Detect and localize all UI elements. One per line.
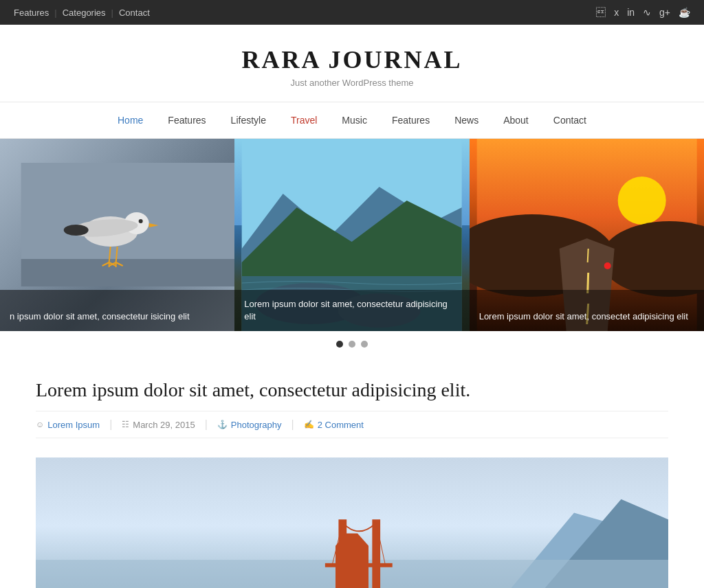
svg-line-29 xyxy=(587,249,588,262)
topbar-divider-1: | xyxy=(54,8,56,18)
topbar-categories-link[interactable]: Categories xyxy=(63,8,106,18)
svg-rect-37 xyxy=(325,563,393,567)
featured-image xyxy=(22,457,682,588)
post-section: Lorem ipsum dolor sit amet, consectetur … xyxy=(22,357,682,445)
pinterest-icon[interactable]: ☕ xyxy=(679,7,690,18)
svg-rect-36 xyxy=(372,520,380,588)
svg-rect-1 xyxy=(21,259,235,286)
post-comments: ✍ 2 Comment xyxy=(294,420,373,430)
site-tagline: Just another WordPress theme xyxy=(14,78,690,88)
slide-2-caption: Lorem ipsum dolor sit amet, consectetur … xyxy=(234,290,469,331)
comment-icon: ✍ xyxy=(304,420,314,429)
author-icon: ☺ xyxy=(36,420,44,429)
top-bar-social:  x in ∿ g+ ☕ xyxy=(596,7,690,18)
nav-features-1[interactable]: Features xyxy=(155,102,218,138)
dot-2[interactable] xyxy=(349,341,355,348)
slider-track: n ipsum dolor sit amet, consectetur isic… xyxy=(0,139,704,331)
featured-image-bg xyxy=(36,457,668,588)
svg-point-5 xyxy=(139,219,143,223)
post-meta: ☺ Lorem Ipsum | ☷ March 29, 2015 | ⚓ Pho… xyxy=(36,411,668,438)
tag-icon: ⚓ xyxy=(217,420,228,429)
facebook-icon[interactable]:  xyxy=(596,7,606,18)
twitter-icon[interactable]: x xyxy=(614,7,619,18)
comments-link[interactable]: 2 Comment xyxy=(318,420,364,430)
dot-3[interactable] xyxy=(361,341,368,348)
featured-image-svg xyxy=(36,457,668,588)
topbar-divider-2: | xyxy=(111,8,113,18)
googleplus-icon[interactable]: g+ xyxy=(659,7,670,18)
post-author: ☺ Lorem Ipsum xyxy=(36,420,109,430)
slider-dots xyxy=(0,331,704,357)
nav-music[interactable]: Music xyxy=(329,102,380,138)
nav-about[interactable]: About xyxy=(491,102,541,138)
top-bar: Features | Categories | Contact  x in ∿… xyxy=(0,0,704,25)
linkedin-icon[interactable]: in xyxy=(627,7,635,18)
site-header: RARA JOURNAL Just another WordPress them… xyxy=(0,25,704,102)
seagull-svg xyxy=(14,163,234,286)
slider: n ipsum dolor sit amet, consectetur isic… xyxy=(0,139,704,331)
svg-point-23 xyxy=(617,177,666,225)
post-title: Lorem ipsum dolor sit amet, consectetur … xyxy=(36,378,668,403)
dot-1[interactable] xyxy=(336,341,343,348)
clock-icon: ☷ xyxy=(122,420,129,429)
post-category: ⚓ Photography xyxy=(208,420,292,430)
nav-home[interactable]: Home xyxy=(105,102,155,138)
svg-line-28 xyxy=(587,273,588,293)
category-link[interactable]: Photography xyxy=(231,420,282,430)
nav-lifestyle[interactable]: Lifestyle xyxy=(219,102,278,138)
post-date: ☷ March 29, 2015 xyxy=(112,420,204,430)
topbar-contact-link[interactable]: Contact xyxy=(119,8,150,18)
slide-1-caption: n ipsum dolor sit amet, consectetur isic… xyxy=(0,302,234,331)
nav-travel[interactable]: Travel xyxy=(278,102,329,138)
svg-point-7 xyxy=(64,225,89,236)
svg-point-30 xyxy=(604,262,610,269)
top-bar-nav: Features | Categories | Contact xyxy=(14,8,150,18)
slide-3-caption: Lorem ipsum dolor sit amet, consectet ad… xyxy=(470,302,704,331)
date-text: March 29, 2015 xyxy=(133,420,195,430)
nav-features-2[interactable]: Features xyxy=(380,102,442,138)
topbar-features-link[interactable]: Features xyxy=(14,8,49,18)
slide-3: Lorem ipsum dolor sit amet, consectet ad… xyxy=(470,139,704,331)
site-title: RARA JOURNAL xyxy=(14,45,690,74)
main-nav: Home Features Lifestyle Travel Music Fea… xyxy=(0,102,704,139)
svg-rect-34 xyxy=(36,560,668,588)
nav-news[interactable]: News xyxy=(442,102,491,138)
svg-rect-35 xyxy=(338,520,346,588)
slide-1: n ipsum dolor sit amet, consectetur isic… xyxy=(0,139,234,331)
slide-2: Lorem ipsum dolor sit amet, consectetur … xyxy=(234,139,469,331)
nav-contact[interactable]: Contact xyxy=(541,102,599,138)
rss-icon[interactable]: ∿ xyxy=(643,7,651,18)
author-link[interactable]: Lorem Ipsum xyxy=(47,420,100,430)
